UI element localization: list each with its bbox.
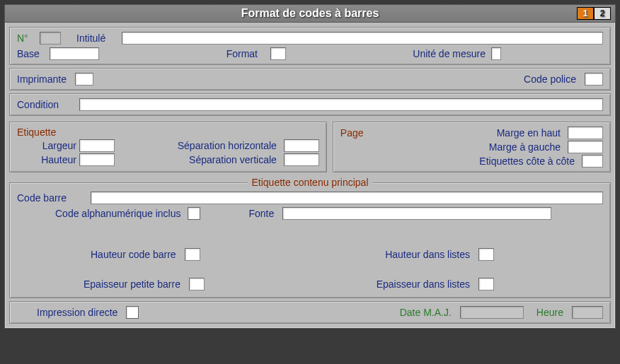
marge-haut-field[interactable] — [568, 127, 603, 139]
imprimante-field[interactable] — [75, 73, 93, 86]
intitule-label: Intitulé — [76, 33, 119, 44]
hauteur-cb-field[interactable] — [185, 248, 200, 261]
cote-label: Etiquettes côte à côte — [479, 155, 575, 167]
format-field[interactable] — [270, 47, 286, 60]
numero-field[interactable] — [40, 32, 61, 45]
pager: 1 2 — [577, 7, 611, 20]
intitule-field[interactable] — [122, 32, 603, 45]
epaisseur-pb-label: Epaisseur petite barre — [84, 278, 180, 290]
heure-label: Heure — [536, 307, 563, 318]
section-page: Page Marge en haut Marge à gauche Etique… — [333, 122, 611, 172]
epaisseur-pb-field[interactable] — [189, 278, 205, 290]
base-field[interactable] — [50, 47, 99, 60]
heure-field[interactable] — [572, 306, 603, 319]
marge-haut-label: Marge en haut — [497, 127, 561, 139]
hauteur-label: Hauteur — [20, 154, 76, 165]
marge-gauche-field[interactable] — [568, 141, 603, 153]
largeur-field[interactable] — [79, 139, 115, 152]
section-general: N° Intitulé Base Format Unité de mesure — [9, 27, 611, 65]
sep-h-field[interactable] — [284, 139, 319, 152]
window: Format de codes à barres 1 2 N° Intitulé… — [4, 4, 616, 329]
code-barre-label: Code barre — [17, 192, 88, 204]
code-barre-field[interactable] — [91, 192, 603, 204]
epaisseur-listes-label: Epaisseur dans listes — [377, 278, 470, 290]
pager-page-1[interactable]: 1 — [577, 7, 594, 20]
unite-label: Unité de mesure — [413, 48, 486, 59]
sep-v-field[interactable] — [284, 153, 319, 166]
numero-label: N° — [17, 33, 37, 44]
code-police-field[interactable] — [585, 73, 603, 86]
section-contenu: Etiquette contenu principal Code barre C… — [9, 182, 611, 298]
pager-page-2[interactable]: 2 — [594, 7, 611, 20]
imprimante-label: Imprimante — [17, 74, 67, 85]
contenu-heading: Etiquette contenu principal — [248, 177, 373, 188]
base-label: Base — [17, 48, 47, 59]
alpha-checkbox[interactable] — [188, 207, 200, 220]
unite-field[interactable] — [491, 47, 501, 60]
hauteur-cb-label: Hauteur code barre — [91, 249, 176, 260]
page-heading: Page — [340, 127, 383, 139]
fonte-label: Fonte — [248, 208, 274, 219]
titlebar: Format de codes à barres 1 2 — [5, 5, 615, 23]
cote-field[interactable] — [582, 155, 603, 168]
condition-label: Condition — [17, 99, 76, 110]
sep-v-label: Séparation verticale — [189, 154, 277, 165]
date-field[interactable] — [460, 306, 524, 319]
epaisseur-listes-field[interactable] — [478, 278, 494, 290]
largeur-label: Largeur — [20, 140, 76, 151]
section-condition: Condition — [9, 93, 611, 116]
impression-checkbox[interactable] — [126, 306, 139, 319]
section-etiquette: Etiquette Largeur Séparation horizontale… — [9, 122, 327, 172]
section-printer: Imprimante Code police — [9, 68, 611, 90]
marge-gauche-label: Marge à gauche — [489, 141, 561, 153]
window-title: Format de codes à barres — [241, 7, 379, 20]
etiquette-heading: Etiquette — [17, 127, 319, 138]
date-label: Date M.A.J. — [400, 307, 452, 318]
format-label: Format — [226, 48, 268, 59]
sep-h-label: Séparation horizontale — [178, 140, 277, 151]
condition-field[interactable] — [79, 98, 603, 111]
alpha-label: Code alphanumérique inclus — [55, 208, 180, 219]
impression-label: Impression directe — [37, 307, 117, 318]
fonte-field[interactable] — [282, 207, 551, 220]
hauteur-listes-field[interactable] — [478, 248, 494, 261]
hauteur-listes-label: Hauteur dans listes — [385, 249, 470, 260]
code-police-label: Code police — [524, 74, 576, 85]
section-footer: Impression directe Date M.A.J. Heure — [9, 301, 611, 324]
hauteur-field[interactable] — [79, 153, 115, 166]
